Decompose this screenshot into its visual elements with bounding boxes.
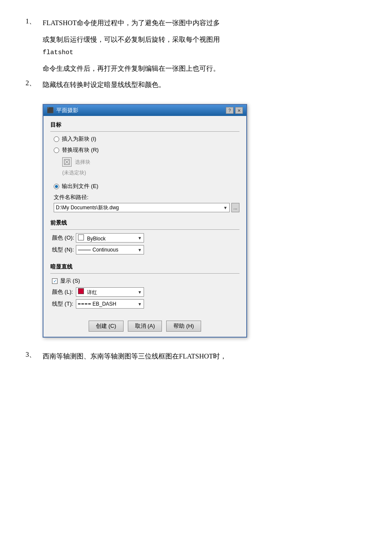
section-fg-label: 前景线 <box>50 219 239 227</box>
hd-linetype-arrow[interactable]: ▼ <box>138 302 142 306</box>
hd-color-value: 详红 <box>87 289 97 295</box>
hd-linetype-row: 线型 (T): EB_DASH ▼ <box>50 299 239 309</box>
fg-linetype-combo[interactable]: Continuous ▼ <box>76 245 144 254</box>
para3-number: 3、 <box>26 350 43 359</box>
fg-color-swatch-container: ByBlock <box>78 234 106 242</box>
fg-line-preview <box>78 250 91 250</box>
radio-export-label: 输出到文件 (E) <box>62 182 98 190</box>
fg-linetype-value: Continuous <box>92 247 118 253</box>
combo-dropdown-arrow[interactable]: ▼ <box>223 205 228 210</box>
radio-export-file[interactable] <box>54 184 59 189</box>
show-hidden-checkbox[interactable]: ✓ <box>52 278 58 284</box>
fg-color-swatch <box>78 234 84 240</box>
browse-button[interactable]: ... <box>231 203 239 212</box>
hd-line-preview <box>78 304 91 304</box>
hd-linetype-preview: EB_DASH <box>78 301 116 307</box>
select-block-icon[interactable] <box>62 157 72 167</box>
para3-text: 西南等轴测图、东南等轴测图等三位线框图在FLATSHOT时， <box>43 350 366 363</box>
hd-linetype-value: EB_DASH <box>92 301 116 307</box>
hd-linetype-combo[interactable]: EB_DASH ▼ <box>76 299 144 309</box>
fg-color-row: 颜色 (O): ByBlock ▼ <box>50 233 239 243</box>
select-block-label: 选择块 <box>75 159 90 166</box>
file-path-value: D:\My Documents\新块.dwg <box>56 204 119 211</box>
hidden-divider <box>50 273 239 274</box>
radio-new-block-row: 插入为新块 (I) <box>50 135 239 143</box>
fg-color-combo[interactable]: ByBlock ▼ <box>76 233 144 243</box>
hd-color-swatch-container: 详红 <box>78 288 97 296</box>
fg-divider <box>50 229 239 230</box>
fg-linetype-preview: Continuous <box>78 247 118 253</box>
no-block-selected-row: (未选定块) <box>50 169 239 176</box>
file-path-label: 文件名和路径: <box>54 194 89 200</box>
hd-color-row: 颜色 (L): 详红 ▼ <box>50 287 239 297</box>
para2-text: 隐藏线在转换时设定暗显线线型和颜色。 <box>43 79 366 91</box>
fg-linetype-arrow[interactable]: ▼ <box>138 248 142 252</box>
fg-color-value: ByBlock <box>87 236 105 242</box>
radio-replace-block-label: 替换现有块 (R) <box>62 146 99 154</box>
para1-number: 1、 <box>26 17 43 26</box>
para2-number: 2、 <box>26 79 43 88</box>
no-block-selected-text: (未选定块) <box>62 169 86 176</box>
question-button[interactable]: ? <box>226 107 233 114</box>
fg-linetype-label: 线型 (N): <box>52 246 76 254</box>
hd-color-combo[interactable]: 详红 ▼ <box>76 287 144 297</box>
dialog-titlebar: ⬛ 平面摄影 ? ✕ <box>43 105 246 116</box>
close-button[interactable]: ✕ <box>235 107 243 114</box>
radio-replace-block-row: 替换现有块 (R) <box>50 146 239 154</box>
help-button[interactable]: 帮助 (H) <box>166 321 201 332</box>
fg-color-label: 颜色 (O): <box>52 234 76 242</box>
titlebar-left: ⬛ 平面摄影 <box>47 107 78 114</box>
radio-export-row: 输出到文件 (E) <box>50 182 239 190</box>
radio-new-block-label: 插入为新块 (I) <box>62 135 96 143</box>
cancel-button[interactable]: 取消 (A) <box>128 321 162 332</box>
dialog-footer: 创建 (C) 取消 (A) 帮助 (H) <box>43 316 246 337</box>
show-hidden-row: ✓ 显示 (S) <box>50 277 239 285</box>
radio-new-block[interactable] <box>54 136 59 142</box>
section-hidden-label: 暗显直线 <box>50 263 239 271</box>
select-block-row: 选择块 <box>50 157 239 167</box>
para1-indent1: 或复制后运行缓慢，可以不必复制后旋转，采取每个视图用 flatshot <box>43 34 366 58</box>
hd-color-swatch <box>78 288 84 294</box>
dialog-body: 目标 插入为新块 (I) 替换现有块 (R) 选择块 (未选定块) <box>43 116 246 316</box>
fg-linetype-row: 线型 (N): Continuous ▼ <box>50 245 239 254</box>
file-path-combo[interactable]: D:\My Documents\新块.dwg ▼ <box>54 203 230 212</box>
hidden-lines-section: 暗显直线 ✓ 显示 (S) 颜色 (L): 详红 ▼ <box>50 263 239 309</box>
flatshot-dialog: ⬛ 平面摄影 ? ✕ 目标 插入为新块 (I) 替换现有块 (R) <box>43 104 247 338</box>
create-button[interactable]: 创建 (C) <box>89 321 124 332</box>
radio-replace-block[interactable] <box>54 147 59 153</box>
hd-linetype-label: 线型 (T): <box>52 300 76 308</box>
hd-color-arrow[interactable]: ▼ <box>138 290 142 295</box>
file-path-row: D:\My Documents\新块.dwg ▼ ... <box>50 203 239 212</box>
para1-code: flatshot <box>43 49 73 56</box>
dialog-app-icon: ⬛ <box>47 107 54 114</box>
paragraph-3: 3、 西南等轴测图、东南等轴测图等三位线框图在FLATSHOT时， <box>26 350 366 363</box>
section-target-label: 目标 <box>50 121 239 129</box>
dialog-controls: ? ✕ <box>226 107 243 114</box>
fg-color-arrow[interactable]: ▼ <box>138 236 142 240</box>
hd-color-label: 颜色 (L): <box>52 288 76 296</box>
show-hidden-label: 显示 (S) <box>60 277 80 285</box>
dialog-title: 平面摄影 <box>56 107 78 114</box>
paragraph-2: 2、 隐藏线在转换时设定暗显线线型和颜色。 <box>26 79 366 91</box>
target-divider <box>50 131 239 132</box>
para1-indent2: 命令生成文件后，再打开文件复制编辑在一张图上也可行。 <box>43 63 366 75</box>
content-area: 1、 FLATSHOT命令使用过程中，为了避免在一张图中内容过多 或复制后运行缓… <box>26 17 366 363</box>
para1-text: FLATSHOT命令使用过程中，为了避免在一张图中内容过多 <box>43 17 366 29</box>
paragraph-1: 1、 FLATSHOT命令使用过程中，为了避免在一张图中内容过多 <box>26 17 366 29</box>
